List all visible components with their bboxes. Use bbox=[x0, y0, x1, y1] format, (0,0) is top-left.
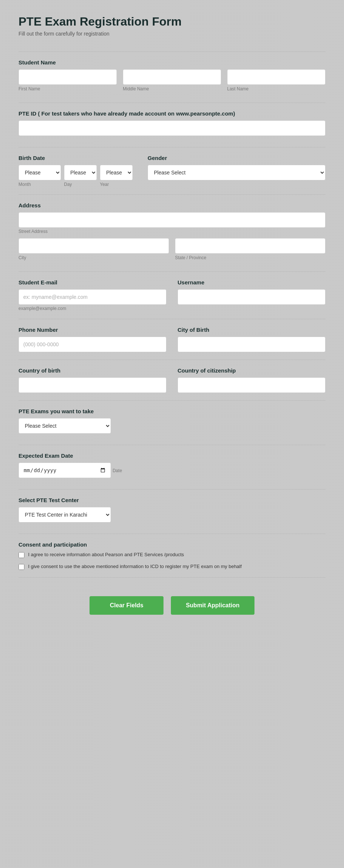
footer-buttons: Clear Fields Submit Application bbox=[18, 585, 326, 626]
page-subtitle: Fill out the form carefully for registra… bbox=[18, 31, 326, 37]
last-name-input[interactable] bbox=[227, 69, 326, 85]
phone-input[interactable] bbox=[18, 337, 166, 352]
student-name-section: Student Name First Name Middle Name Last… bbox=[18, 59, 326, 91]
clear-button[interactable]: Clear Fields bbox=[90, 596, 163, 615]
day-label: Day bbox=[64, 182, 97, 187]
birth-date-label: Birth Date bbox=[18, 155, 133, 161]
day-select[interactable]: Please 1234 5678 9101112 13141516 171819… bbox=[64, 165, 97, 180]
year-group: Please 200019991998 199719961995 1994199… bbox=[100, 165, 133, 187]
consent-label: Consent and participation bbox=[18, 541, 326, 548]
city-birth-input[interactable] bbox=[178, 337, 326, 352]
student-name-row: First Name Middle Name Last Name bbox=[18, 69, 326, 91]
countries-row: Country of birth Country of citizenship bbox=[18, 367, 326, 393]
middle-name-label: Middle Name bbox=[123, 86, 221, 91]
test-center-label: Select PTE Test Center bbox=[18, 497, 326, 503]
first-name-label: First Name bbox=[18, 86, 117, 91]
birth-gender-row: Birth Date Please JanuaryFebruaryMarch A… bbox=[18, 155, 326, 187]
country-birth-col: Country of birth bbox=[18, 367, 166, 393]
address-label: Address bbox=[18, 202, 326, 208]
year-select[interactable]: Please 200019991998 199719961995 1994199… bbox=[100, 165, 133, 180]
pte-id-input[interactable] bbox=[18, 120, 326, 136]
state-col: State / Province bbox=[175, 238, 326, 260]
street-address-input[interactable] bbox=[18, 212, 326, 228]
username-label: Username bbox=[178, 279, 326, 286]
city-col: City bbox=[18, 238, 169, 260]
country-birth-label: Country of birth bbox=[18, 367, 166, 374]
city-birth-label: City of Birth bbox=[178, 327, 326, 333]
street-label: Street Address bbox=[18, 229, 48, 234]
day-group: Please 1234 5678 9101112 13141516 171819… bbox=[64, 165, 97, 187]
middle-name-input[interactable] bbox=[123, 69, 221, 85]
birth-selects: Please JanuaryFebruaryMarch AprilMayJune… bbox=[18, 165, 133, 187]
state-input[interactable] bbox=[175, 238, 326, 254]
last-name-label: Last Name bbox=[227, 86, 326, 91]
year-label: Year bbox=[100, 182, 133, 187]
first-name-group: First Name bbox=[18, 69, 117, 91]
email-sublabel: example@example.com bbox=[18, 306, 66, 311]
country-citizenship-col: Country of citizenship bbox=[178, 367, 326, 393]
pte-id-section: PTE ID ( For test takers who have alread… bbox=[18, 110, 326, 136]
consent-text-2: I give consent to use the above mentione… bbox=[28, 563, 242, 570]
email-input[interactable] bbox=[18, 289, 166, 305]
exam-date-section: Expected Exam Date Date bbox=[18, 453, 326, 478]
pte-exams-label: PTE Exams you want to take bbox=[18, 408, 326, 414]
first-name-input[interactable] bbox=[18, 69, 117, 85]
consent-text-1: I agree to receive information about Pea… bbox=[28, 551, 184, 558]
pte-id-label: PTE ID ( For test takers who have alread… bbox=[18, 110, 326, 117]
exam-date-sublabel: Date bbox=[112, 468, 122, 473]
month-select[interactable]: Please JanuaryFebruaryMarch AprilMayJune… bbox=[18, 165, 61, 180]
pte-exams-select[interactable]: Please Select PTE Academic PTE General P… bbox=[18, 418, 111, 434]
submit-button[interactable]: Submit Application bbox=[171, 596, 254, 615]
gender-select[interactable]: Please Select Male Female Non-binary Pre… bbox=[148, 165, 326, 180]
exam-date-label: Expected Exam Date bbox=[18, 453, 326, 459]
middle-name-group: Middle Name bbox=[123, 69, 221, 91]
country-citizenship-label: Country of citizenship bbox=[178, 367, 326, 374]
gender-label: Gender bbox=[148, 155, 326, 161]
city-birth-col: City of Birth bbox=[178, 327, 326, 352]
country-citizenship-input[interactable] bbox=[178, 377, 326, 393]
email-col: Student E-mail example@example.com bbox=[18, 279, 166, 311]
username-col: Username bbox=[178, 279, 326, 311]
consent-row-1: I agree to receive information about Pea… bbox=[18, 551, 326, 558]
username-input[interactable] bbox=[178, 289, 326, 305]
phone-label: Phone Number bbox=[18, 327, 166, 333]
consent-checkbox-2[interactable] bbox=[18, 564, 24, 570]
email-label: Student E-mail bbox=[18, 279, 166, 286]
consent-section: Consent and participation I agree to rec… bbox=[18, 541, 326, 570]
test-center-select[interactable]: PTE Test Center in Karachi PTE Test Cent… bbox=[18, 507, 111, 523]
month-label: Month bbox=[18, 182, 61, 187]
student-name-label: Student Name bbox=[18, 59, 326, 66]
city-input[interactable] bbox=[18, 238, 169, 254]
address-two-col: City State / Province bbox=[18, 238, 326, 260]
exam-date-input[interactable] bbox=[18, 463, 111, 478]
page-title: PTE Exam Registration Form bbox=[18, 15, 326, 29]
state-sublabel: State / Province bbox=[175, 255, 326, 260]
consent-row-2: I give consent to use the above mentione… bbox=[18, 563, 326, 570]
phone-col: Phone Number bbox=[18, 327, 166, 352]
address-section: Address Street Address City State / Prov… bbox=[18, 202, 326, 260]
test-center-section: Select PTE Test Center PTE Test Center i… bbox=[18, 497, 326, 523]
month-group: Please JanuaryFebruaryMarch AprilMayJune… bbox=[18, 165, 61, 187]
consent-checkbox-1[interactable] bbox=[18, 552, 24, 558]
birth-date-col: Birth Date Please JanuaryFebruaryMarch A… bbox=[18, 155, 133, 187]
country-birth-input[interactable] bbox=[18, 377, 166, 393]
gender-col: Gender Please Select Male Female Non-bin… bbox=[148, 155, 326, 180]
city-sublabel: City bbox=[18, 255, 169, 260]
last-name-group: Last Name bbox=[227, 69, 326, 91]
pte-exams-section: PTE Exams you want to take Please Select… bbox=[18, 408, 326, 434]
email-username-row: Student E-mail example@example.com Usern… bbox=[18, 279, 326, 311]
phone-city-row: Phone Number City of Birth bbox=[18, 327, 326, 352]
